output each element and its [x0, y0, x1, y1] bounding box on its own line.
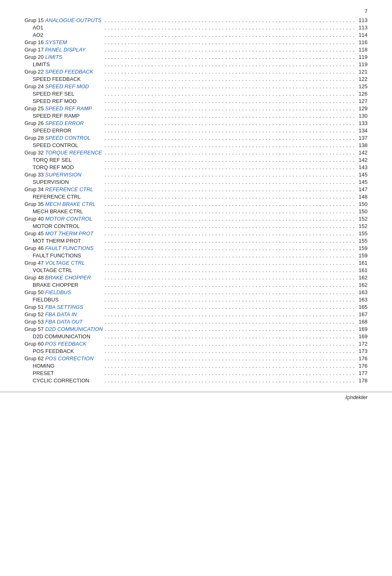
list-item: REFERENCE CTRL . . . . . . . . . . . . .…: [24, 193, 368, 200]
list-item: MOTOR CONTROL . . . . . . . . . . . . . …: [24, 222, 368, 230]
list-item: Grup 45 MOT THERM PROT . . . . . . . . .…: [24, 230, 368, 237]
list-item: SPEED CONTROL . . . . . . . . . . . . . …: [24, 141, 368, 149]
list-item: MECH BRAKE CTRL . . . . . . . . . . . . …: [24, 208, 368, 215]
list-item: Grup 20 LIMITS . . . . . . . . . . . . .…: [24, 53, 368, 60]
list-item: SPEED ERROR . . . . . . . . . . . . . . …: [24, 127, 368, 134]
list-item: AO1 . . . . . . . . . . . . . . . . . . …: [24, 24, 368, 31]
list-item: FAULT FUNCTIONS . . . . . . . . . . . . …: [24, 252, 368, 259]
page-container: 7 Grup 15 ANALOGUE OUTPUTS . . . . . . .…: [0, 0, 392, 409]
list-item: VOLTAGE CTRL . . . . . . . . . . . . . .…: [24, 266, 368, 274]
list-item: SPEED FEEDBACK . . . . . . . . . . . . .…: [24, 75, 368, 83]
list-item: HOMING . . . . . . . . . . . . . . . . .…: [24, 362, 368, 369]
list-item: CYCLIC CORRECTION . . . . . . . . . . . …: [24, 377, 368, 384]
footer-text: İçindekiler: [345, 395, 368, 400]
list-item: Grup 24 SPEED REF MOD . . . . . . . . . …: [24, 83, 368, 90]
list-item: Grup 60 POS FEEDBACK . . . . . . . . . .…: [24, 340, 368, 347]
list-item: TORQ REF MOD . . . . . . . . . . . . . .…: [24, 163, 368, 171]
list-item: Grup 52 FBA DATA IN . . . . . . . . . . …: [24, 310, 368, 318]
list-item: D2D COMMUNICATION . . . . . . . . . . . …: [24, 333, 368, 340]
list-item: Grup 62 POS CORRECTION . . . . . . . . .…: [24, 355, 368, 362]
list-item: Grup 53 FBA DATA OUT . . . . . . . . . .…: [24, 318, 368, 325]
list-item: Grup 26 SPEED ERROR . . . . . . . . . . …: [24, 119, 368, 127]
page-number: 7: [365, 8, 368, 14]
list-item: Grup 50 FIELDBUS . . . . . . . . . . . .…: [24, 288, 368, 296]
list-item: Grup 22 SPEED FEEDBACK . . . . . . . . .…: [24, 68, 368, 75]
list-item: Grup 17 PANEL DISPLAY . . . . . . . . . …: [24, 46, 368, 53]
list-item: SPEED REF SEL . . . . . . . . . . . . . …: [24, 90, 368, 97]
list-item: Grup 35 MECH BRAKE CTRL . . . . . . . . …: [24, 200, 368, 208]
list-item: BRAKE CHOPPER . . . . . . . . . . . . . …: [24, 281, 368, 288]
list-item: Grup 33 SUPERVISION . . . . . . . . . . …: [24, 171, 368, 178]
list-item: Grup 40 MOTOR CONTROL . . . . . . . . . …: [24, 215, 368, 222]
list-item: MOT THERM PROT . . . . . . . . . . . . .…: [24, 237, 368, 244]
list-item: Grup 51 FBA SETTINGS . . . . . . . . . .…: [24, 303, 368, 310]
list-item: SPEED REF MOD . . . . . . . . . . . . . …: [24, 97, 368, 105]
list-item: SPEED REF RAMP . . . . . . . . . . . . .…: [24, 112, 368, 119]
list-item: FIELDBUS . . . . . . . . . . . . . . . .…: [24, 296, 368, 303]
list-item: Grup 15 ANALOGUE OUTPUTS . . . . . . . .…: [24, 16, 368, 24]
footer-bar: İçindekiler: [0, 392, 392, 400]
list-item: Grup 28 SPEED CONTROL . . . . . . . . . …: [24, 134, 368, 141]
list-item: Grup 25 SPEED REF RAMP . . . . . . . . .…: [24, 105, 368, 112]
list-item: TORQ REF SEL . . . . . . . . . . . . . .…: [24, 156, 368, 163]
list-item: Grup 48 BRAKE CHOPPER . . . . . . . . . …: [24, 274, 368, 281]
list-item: Grup 34 REFERENCE CTRL . . . . . . . . .…: [24, 185, 368, 193]
list-item: POS FEEDBACK . . . . . . . . . . . . . .…: [24, 347, 368, 355]
list-item: Grup 32 TORQUE REFERENCE . . . . . . . .…: [24, 149, 368, 156]
list-item: AO2 . . . . . . . . . . . . . . . . . . …: [24, 31, 368, 38]
list-item: Grup 47 VOLTAGE CTRL . . . . . . . . . .…: [24, 259, 368, 266]
list-item: PRESET . . . . . . . . . . . . . . . . .…: [24, 369, 368, 377]
list-item: Grup 57 D2D COMMUNICATION . . . . . . . …: [24, 325, 368, 333]
list-item: Grup 16 SYSTEM . . . . . . . . . . . . .…: [24, 38, 368, 46]
list-item: Grup 46 FAULT FUNCTIONS . . . . . . . . …: [24, 244, 368, 252]
list-item: SUPERVISION . . . . . . . . . . . . . . …: [24, 178, 368, 185]
list-item: LIMITS . . . . . . . . . . . . . . . . .…: [24, 60, 368, 68]
toc-table: Grup 15 ANALOGUE OUTPUTS . . . . . . . .…: [24, 16, 368, 384]
